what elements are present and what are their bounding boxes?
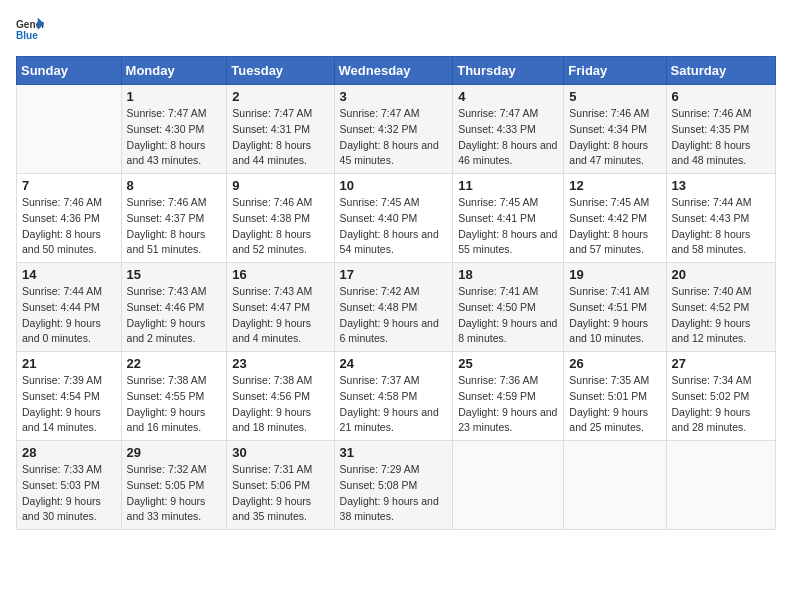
day-number: 13 bbox=[672, 178, 770, 193]
calendar-cell: 23Sunrise: 7:38 AMSunset: 4:56 PMDayligh… bbox=[227, 352, 334, 441]
day-info: Sunrise: 7:45 AMSunset: 4:41 PMDaylight:… bbox=[458, 195, 558, 258]
day-info: Sunrise: 7:36 AMSunset: 4:59 PMDaylight:… bbox=[458, 373, 558, 436]
calendar-cell: 7Sunrise: 7:46 AMSunset: 4:36 PMDaylight… bbox=[17, 174, 122, 263]
day-info: Sunrise: 7:39 AMSunset: 4:54 PMDaylight:… bbox=[22, 373, 116, 436]
calendar-body: 1Sunrise: 7:47 AMSunset: 4:30 PMDaylight… bbox=[17, 85, 776, 530]
day-info: Sunrise: 7:45 AMSunset: 4:42 PMDaylight:… bbox=[569, 195, 660, 258]
weekday-header: Monday bbox=[121, 57, 227, 85]
day-number: 21 bbox=[22, 356, 116, 371]
weekday-header: Saturday bbox=[666, 57, 775, 85]
calendar-cell: 31Sunrise: 7:29 AMSunset: 5:08 PMDayligh… bbox=[334, 441, 453, 530]
day-info: Sunrise: 7:46 AMSunset: 4:35 PMDaylight:… bbox=[672, 106, 770, 169]
calendar-cell: 13Sunrise: 7:44 AMSunset: 4:43 PMDayligh… bbox=[666, 174, 775, 263]
calendar-week-row: 21Sunrise: 7:39 AMSunset: 4:54 PMDayligh… bbox=[17, 352, 776, 441]
day-info: Sunrise: 7:46 AMSunset: 4:36 PMDaylight:… bbox=[22, 195, 116, 258]
day-number: 29 bbox=[127, 445, 222, 460]
calendar-cell bbox=[666, 441, 775, 530]
day-info: Sunrise: 7:29 AMSunset: 5:08 PMDaylight:… bbox=[340, 462, 448, 525]
calendar-week-row: 28Sunrise: 7:33 AMSunset: 5:03 PMDayligh… bbox=[17, 441, 776, 530]
calendar-cell: 11Sunrise: 7:45 AMSunset: 4:41 PMDayligh… bbox=[453, 174, 564, 263]
day-info: Sunrise: 7:42 AMSunset: 4:48 PMDaylight:… bbox=[340, 284, 448, 347]
day-number: 9 bbox=[232, 178, 328, 193]
day-number: 22 bbox=[127, 356, 222, 371]
calendar-cell: 18Sunrise: 7:41 AMSunset: 4:50 PMDayligh… bbox=[453, 263, 564, 352]
day-number: 12 bbox=[569, 178, 660, 193]
day-number: 4 bbox=[458, 89, 558, 104]
day-info: Sunrise: 7:45 AMSunset: 4:40 PMDaylight:… bbox=[340, 195, 448, 258]
weekday-header: Friday bbox=[564, 57, 666, 85]
calendar-cell: 10Sunrise: 7:45 AMSunset: 4:40 PMDayligh… bbox=[334, 174, 453, 263]
calendar-cell: 9Sunrise: 7:46 AMSunset: 4:38 PMDaylight… bbox=[227, 174, 334, 263]
calendar-cell: 24Sunrise: 7:37 AMSunset: 4:58 PMDayligh… bbox=[334, 352, 453, 441]
day-number: 19 bbox=[569, 267, 660, 282]
day-number: 16 bbox=[232, 267, 328, 282]
day-number: 24 bbox=[340, 356, 448, 371]
day-info: Sunrise: 7:47 AMSunset: 4:31 PMDaylight:… bbox=[232, 106, 328, 169]
weekday-header: Wednesday bbox=[334, 57, 453, 85]
calendar-cell: 17Sunrise: 7:42 AMSunset: 4:48 PMDayligh… bbox=[334, 263, 453, 352]
calendar-cell: 2Sunrise: 7:47 AMSunset: 4:31 PMDaylight… bbox=[227, 85, 334, 174]
calendar-cell: 26Sunrise: 7:35 AMSunset: 5:01 PMDayligh… bbox=[564, 352, 666, 441]
day-number: 17 bbox=[340, 267, 448, 282]
day-number: 26 bbox=[569, 356, 660, 371]
weekday-header: Thursday bbox=[453, 57, 564, 85]
calendar-cell bbox=[17, 85, 122, 174]
calendar-cell: 16Sunrise: 7:43 AMSunset: 4:47 PMDayligh… bbox=[227, 263, 334, 352]
logo: General Blue bbox=[16, 16, 44, 44]
calendar-cell: 15Sunrise: 7:43 AMSunset: 4:46 PMDayligh… bbox=[121, 263, 227, 352]
day-info: Sunrise: 7:44 AMSunset: 4:43 PMDaylight:… bbox=[672, 195, 770, 258]
day-info: Sunrise: 7:34 AMSunset: 5:02 PMDaylight:… bbox=[672, 373, 770, 436]
day-number: 6 bbox=[672, 89, 770, 104]
calendar-week-row: 7Sunrise: 7:46 AMSunset: 4:36 PMDaylight… bbox=[17, 174, 776, 263]
day-number: 31 bbox=[340, 445, 448, 460]
day-info: Sunrise: 7:38 AMSunset: 4:56 PMDaylight:… bbox=[232, 373, 328, 436]
calendar-cell: 19Sunrise: 7:41 AMSunset: 4:51 PMDayligh… bbox=[564, 263, 666, 352]
calendar-cell bbox=[564, 441, 666, 530]
day-info: Sunrise: 7:43 AMSunset: 4:46 PMDaylight:… bbox=[127, 284, 222, 347]
day-number: 28 bbox=[22, 445, 116, 460]
day-info: Sunrise: 7:43 AMSunset: 4:47 PMDaylight:… bbox=[232, 284, 328, 347]
day-number: 20 bbox=[672, 267, 770, 282]
day-number: 11 bbox=[458, 178, 558, 193]
calendar-cell: 29Sunrise: 7:32 AMSunset: 5:05 PMDayligh… bbox=[121, 441, 227, 530]
day-info: Sunrise: 7:33 AMSunset: 5:03 PMDaylight:… bbox=[22, 462, 116, 525]
calendar-cell: 8Sunrise: 7:46 AMSunset: 4:37 PMDaylight… bbox=[121, 174, 227, 263]
day-number: 14 bbox=[22, 267, 116, 282]
day-number: 10 bbox=[340, 178, 448, 193]
calendar-cell: 14Sunrise: 7:44 AMSunset: 4:44 PMDayligh… bbox=[17, 263, 122, 352]
calendar-header-row: SundayMondayTuesdayWednesdayThursdayFrid… bbox=[17, 57, 776, 85]
weekday-header: Tuesday bbox=[227, 57, 334, 85]
calendar-cell: 20Sunrise: 7:40 AMSunset: 4:52 PMDayligh… bbox=[666, 263, 775, 352]
calendar-week-row: 1Sunrise: 7:47 AMSunset: 4:30 PMDaylight… bbox=[17, 85, 776, 174]
day-info: Sunrise: 7:41 AMSunset: 4:50 PMDaylight:… bbox=[458, 284, 558, 347]
day-info: Sunrise: 7:35 AMSunset: 5:01 PMDaylight:… bbox=[569, 373, 660, 436]
calendar-cell: 28Sunrise: 7:33 AMSunset: 5:03 PMDayligh… bbox=[17, 441, 122, 530]
day-number: 27 bbox=[672, 356, 770, 371]
day-number: 30 bbox=[232, 445, 328, 460]
page-header: General Blue bbox=[16, 16, 776, 44]
day-number: 1 bbox=[127, 89, 222, 104]
day-info: Sunrise: 7:31 AMSunset: 5:06 PMDaylight:… bbox=[232, 462, 328, 525]
day-number: 15 bbox=[127, 267, 222, 282]
day-info: Sunrise: 7:37 AMSunset: 4:58 PMDaylight:… bbox=[340, 373, 448, 436]
day-info: Sunrise: 7:38 AMSunset: 4:55 PMDaylight:… bbox=[127, 373, 222, 436]
day-number: 5 bbox=[569, 89, 660, 104]
day-number: 8 bbox=[127, 178, 222, 193]
calendar-cell: 27Sunrise: 7:34 AMSunset: 5:02 PMDayligh… bbox=[666, 352, 775, 441]
day-info: Sunrise: 7:40 AMSunset: 4:52 PMDaylight:… bbox=[672, 284, 770, 347]
day-info: Sunrise: 7:44 AMSunset: 4:44 PMDaylight:… bbox=[22, 284, 116, 347]
day-number: 25 bbox=[458, 356, 558, 371]
day-number: 18 bbox=[458, 267, 558, 282]
calendar-cell: 21Sunrise: 7:39 AMSunset: 4:54 PMDayligh… bbox=[17, 352, 122, 441]
day-info: Sunrise: 7:46 AMSunset: 4:37 PMDaylight:… bbox=[127, 195, 222, 258]
calendar-cell: 6Sunrise: 7:46 AMSunset: 4:35 PMDaylight… bbox=[666, 85, 775, 174]
calendar-cell: 4Sunrise: 7:47 AMSunset: 4:33 PMDaylight… bbox=[453, 85, 564, 174]
day-number: 2 bbox=[232, 89, 328, 104]
calendar-cell: 25Sunrise: 7:36 AMSunset: 4:59 PMDayligh… bbox=[453, 352, 564, 441]
day-number: 7 bbox=[22, 178, 116, 193]
calendar-cell: 12Sunrise: 7:45 AMSunset: 4:42 PMDayligh… bbox=[564, 174, 666, 263]
calendar-cell: 30Sunrise: 7:31 AMSunset: 5:06 PMDayligh… bbox=[227, 441, 334, 530]
calendar-cell: 5Sunrise: 7:46 AMSunset: 4:34 PMDaylight… bbox=[564, 85, 666, 174]
day-number: 3 bbox=[340, 89, 448, 104]
calendar-cell: 22Sunrise: 7:38 AMSunset: 4:55 PMDayligh… bbox=[121, 352, 227, 441]
